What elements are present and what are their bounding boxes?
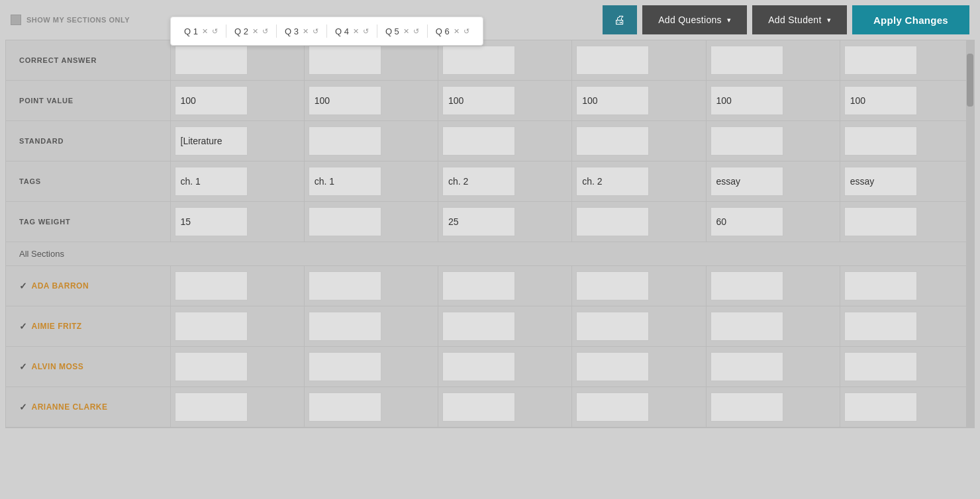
tab-reset-q5-icon[interactable]: ↺ — [413, 27, 419, 36]
tags-q3-input[interactable] — [442, 167, 515, 196]
correct-answer-q6-input[interactable] — [844, 46, 917, 75]
print-button[interactable]: 🖨 — [603, 5, 637, 34]
standard-q6-input[interactable] — [844, 126, 917, 156]
correct-answer-q1-input[interactable] — [175, 46, 248, 75]
add-student-button[interactable]: Add Student ▾ — [752, 5, 847, 34]
standard-q5-input[interactable] — [710, 126, 783, 156]
tags-row: TAGS — [6, 161, 974, 202]
arianne-clarke-q3-input[interactable] — [442, 392, 515, 422]
tab-label-q4: Q 4 — [335, 26, 349, 36]
alvin-moss-q5-input[interactable] — [710, 352, 783, 381]
aimie-fritz-q5-input[interactable] — [710, 312, 783, 341]
point-value-q4-input[interactable] — [576, 86, 649, 115]
arianne-clarke-q4-input[interactable] — [576, 392, 649, 422]
aimie-fritz-q1-input[interactable] — [175, 312, 248, 341]
tag-weight-row: TAG WEIGHT — [6, 202, 974, 242]
aimie-fritz-q2-input[interactable] — [309, 312, 381, 341]
student-aimie-fritz-label: ✓ AIMIE FRITZ — [6, 306, 170, 347]
aimie-fritz-q3-input[interactable] — [442, 312, 515, 341]
point-value-q6-input[interactable] — [844, 86, 917, 115]
tab-close-q6-icon[interactable]: ✕ — [454, 28, 460, 35]
tab-close-q4-icon[interactable]: ✕ — [353, 28, 359, 35]
show-sections-label[interactable]: SHOW MY SECTIONS ONLY — [11, 15, 130, 25]
alvin-moss-q3-input[interactable] — [442, 352, 515, 381]
standard-q4-input[interactable] — [576, 126, 649, 156]
tab-close-q3-icon[interactable]: ✕ — [303, 28, 309, 35]
ada-barron-q5-input[interactable] — [710, 271, 783, 300]
student-name: ARIANNE CLARKE — [32, 402, 108, 412]
point-value-row: POINT VALUE — [6, 81, 974, 121]
add-questions-label: Add Questions — [658, 15, 722, 25]
question-tab-q5[interactable]: Q 5 ✕ ↺ — [380, 24, 424, 39]
tab-reset-q6-icon[interactable]: ↺ — [464, 27, 469, 36]
ada-barron-q2-input[interactable] — [309, 271, 381, 300]
tab-close-q5-icon[interactable]: ✕ — [403, 28, 409, 35]
ada-barron-q3-input[interactable] — [442, 271, 515, 300]
question-tab-q6[interactable]: Q 6 ✕ ↺ — [430, 24, 475, 39]
tags-q5-input[interactable] — [710, 167, 783, 196]
correct-answer-q3-input[interactable] — [442, 46, 515, 75]
add-questions-button[interactable]: Add Questions ▾ — [642, 5, 747, 34]
aimie-fritz-q6-input[interactable] — [844, 312, 917, 341]
tag-weight-q1-input[interactable] — [175, 207, 248, 236]
tags-q4-input[interactable] — [576, 167, 649, 196]
alvin-moss-q4-input[interactable] — [576, 352, 649, 381]
arianne-clarke-q1-input[interactable] — [175, 392, 248, 422]
correct-answer-q4-input[interactable] — [576, 46, 649, 75]
tag-weight-q4-input[interactable] — [576, 207, 649, 236]
tab-close-q1-icon[interactable]: ✕ — [202, 28, 208, 35]
arianne-clarke-q5-input[interactable] — [710, 392, 783, 422]
alvin-moss-q2-input[interactable] — [309, 352, 381, 381]
point-value-q2-input[interactable] — [309, 86, 381, 115]
ada-barron-q1-input[interactable] — [175, 271, 248, 300]
standard-q2-input[interactable] — [309, 126, 381, 156]
tags-q2-input[interactable] — [309, 167, 381, 196]
point-value-q2-cell — [304, 81, 438, 121]
ada-barron-q4-input[interactable] — [576, 271, 649, 300]
tags-q2-cell — [304, 161, 438, 202]
question-tab-q1[interactable]: Q 1 ✕ ↺ — [179, 24, 223, 39]
gradebook-table: CORRECT ANSWER POINT VALUE STANDARD — [6, 40, 974, 428]
tab-label-q5: Q 5 — [385, 26, 399, 36]
tag-weight-q4-cell — [572, 202, 706, 242]
standard-q1-cell — [170, 121, 304, 161]
ada-barron-q6-input[interactable] — [844, 271, 917, 300]
question-tab-q4[interactable]: Q 4 ✕ ↺ — [330, 24, 374, 39]
standard-q3-input[interactable] — [442, 126, 515, 156]
tags-q1-input[interactable] — [175, 167, 248, 196]
standard-label: STANDARD — [6, 121, 170, 161]
apply-changes-button[interactable]: Apply Changes — [852, 5, 969, 34]
scroll-track[interactable] — [966, 40, 974, 428]
arianne-clarke-q2-input[interactable] — [309, 392, 381, 422]
tab-reset-q4-icon[interactable]: ↺ — [363, 27, 369, 36]
tab-reset-q2-icon[interactable]: ↺ — [262, 27, 268, 36]
tag-weight-q6-input[interactable] — [844, 207, 917, 236]
tag-weight-q5-input[interactable] — [710, 207, 783, 236]
tab-reset-q1-icon[interactable]: ↺ — [212, 27, 218, 36]
arianne-clarke-q6-input[interactable] — [844, 392, 917, 422]
scroll-thumb[interactable] — [967, 54, 973, 107]
tab-close-q2-icon[interactable]: ✕ — [252, 28, 258, 35]
alvin-moss-q1-input[interactable] — [175, 352, 248, 381]
standard-q1-input[interactable] — [175, 126, 248, 156]
tag-weight-q2-input[interactable] — [309, 207, 381, 236]
tag-weight-q3-input[interactable] — [442, 207, 515, 236]
standard-row: STANDARD — [6, 121, 974, 161]
tab-reset-q3-icon[interactable]: ↺ — [313, 27, 318, 36]
aimie-fritz-q4-input[interactable] — [576, 312, 649, 341]
point-value-q6-cell — [840, 81, 973, 121]
correct-answer-q2-input[interactable] — [309, 46, 381, 75]
correct-answer-q5-input[interactable] — [710, 46, 783, 75]
point-value-q1-input[interactable] — [175, 86, 248, 115]
point-value-q5-cell — [706, 81, 840, 121]
tags-q6-input[interactable] — [844, 167, 917, 196]
question-tab-q3[interactable]: Q 3 ✕ ↺ — [279, 24, 324, 39]
show-sections-checkbox[interactable] — [11, 15, 21, 25]
alvin-moss-q6-input[interactable] — [844, 352, 917, 381]
main-area: Q 1 ✕ ↺ Q 2 ✕ ↺ Q 3 ✕ ↺ Q 4 ✕ ↺ Q 5 ✕ ↺ … — [5, 40, 975, 428]
point-value-q3-input[interactable] — [442, 86, 515, 115]
question-tab-q2[interactable]: Q 2 ✕ ↺ — [229, 24, 273, 39]
point-value-q5-input[interactable] — [710, 86, 783, 115]
student-ada-barron-label: ✓ ADA BARRON — [6, 266, 170, 306]
tag-weight-q6-cell — [840, 202, 973, 242]
